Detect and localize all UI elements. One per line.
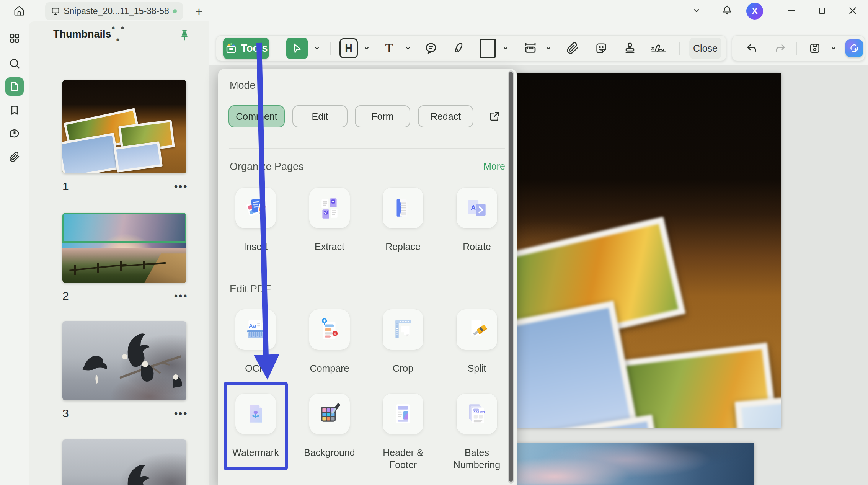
comments-tab-button[interactable] [5,124,24,142]
split-tool-card[interactable] [457,309,497,350]
page-thumbnail-1[interactable] [62,80,186,173]
extract-icon [317,195,342,220]
split-icon [464,317,489,342]
background-tool-card[interactable] [309,394,350,434]
rotate-tool-card[interactable]: A [457,188,497,228]
page-thumbnail-2[interactable] [62,213,186,283]
header-footer-tool-card[interactable] [383,394,423,434]
attachments-tab-button[interactable] [5,148,24,166]
titlebar: Snipaste_20...11_15-38-58 + X [0,0,868,21]
split-label: Split [443,362,511,374]
pen-tool-button[interactable] [447,38,468,59]
header-footer-icon [390,401,416,426]
external-link-icon [489,111,500,122]
close-tools-button[interactable]: Close [689,38,721,59]
document-page-2 [517,443,754,485]
page-2-menu-button[interactable]: ••• [174,290,197,302]
undo-button[interactable] [742,38,761,59]
mode-comment-button[interactable]: Comment [228,105,285,127]
redo-button[interactable] [771,38,790,59]
chevron-down-icon [503,45,509,51]
page-thumbnail-3[interactable] [62,321,186,400]
mode-edit-button[interactable]: Edit [292,105,348,127]
comment-bubble-icon [9,127,20,139]
comment-tool-button[interactable] [420,38,442,59]
measure-tool-button[interactable] [520,38,541,59]
mode-redact-button[interactable]: Redact [418,105,473,127]
signature-tool-button[interactable] [646,38,671,59]
page-1-menu-button[interactable]: ••• [174,181,197,193]
ai-sparkle-icon [848,42,860,54]
measure-tool-dropdown[interactable] [544,44,553,52]
panels-menu-button[interactable] [5,29,24,47]
minimize-button[interactable] [783,3,800,18]
highlight-tool-dropdown[interactable] [362,44,371,52]
highlight-tool-button[interactable]: H [338,38,359,59]
pushpin-icon [178,28,191,41]
thumbnails-tab-button[interactable] [5,77,24,96]
bates-numbering-tool-card[interactable]: 000123 [457,394,497,434]
paperclip-icon [566,42,579,54]
page-number-3: 3 [62,407,85,420]
tools-dropdown-menu: Mode Comment Edit Form Redact Organize P… [218,69,517,485]
save-dropdown[interactable] [829,44,838,52]
svg-text:A: A [471,204,476,212]
toolbar-divider [330,42,331,55]
mode-form-button[interactable]: Form [355,105,410,127]
select-tool-dropdown[interactable] [313,44,321,52]
signature-icon [650,41,667,56]
ocr-tool-card[interactable]: Aa [235,309,276,350]
text-tool-button[interactable]: T [379,38,400,59]
account-avatar[interactable]: X [746,3,763,20]
toolbar-collapse-button[interactable] [688,3,705,18]
save-button[interactable] [805,38,825,59]
attachment-tool-button[interactable] [562,38,583,59]
bates-numbering-label: Bates Numbering [443,446,511,471]
grid-icon [9,33,20,44]
close-window-button[interactable] [844,3,861,18]
compare-tool-card[interactable] [309,309,350,350]
shape-tool-dropdown[interactable] [501,44,510,52]
shape-tool-button[interactable] [477,38,498,59]
extract-tool-card[interactable] [309,188,350,228]
page-3-menu-button[interactable]: ••• [174,408,197,420]
document-tab[interactable]: Snipaste_20...11_15-38-58 [45,2,183,20]
menu-scrollbar-thumb[interactable] [509,72,513,482]
organize-more-link[interactable]: More [463,161,505,172]
bookmarks-tab-button[interactable] [5,101,24,119]
tools-button-label: Tools [241,42,268,54]
sticker-tool-button[interactable] [591,38,612,59]
thumbnails-panel: • • • Thumbnails 1 ••• [29,21,209,485]
insert-tool-card[interactable] [235,188,276,228]
ai-assistant-button[interactable] [845,39,863,57]
new-tab-button[interactable]: + [191,4,207,19]
open-mode-external-button[interactable] [486,108,503,125]
document-page-1 [517,73,781,428]
compare-label: Compare [296,362,363,374]
replace-tool-card[interactable] [383,188,423,228]
toolbox-icon [225,42,238,55]
stamp-icon [623,42,636,55]
stamp-tool-button[interactable] [619,38,641,59]
page-thumbnail-4[interactable] [62,439,186,485]
insert-icon [243,195,268,220]
background-icon [317,401,342,426]
select-tool-button[interactable] [286,38,308,59]
home-button[interactable] [8,2,30,19]
tools-menu-button[interactable]: Tools [223,38,269,59]
notifications-button[interactable] [719,3,736,18]
paperclip-icon [9,152,20,162]
unsaved-dot-icon [173,9,177,13]
pin-panel-button[interactable] [178,28,192,42]
text-tool-dropdown[interactable] [404,44,412,52]
actions-toolbar [732,35,865,61]
menu-scrollbar[interactable] [508,70,514,484]
crop-tool-card[interactable] [383,309,423,350]
rotate-icon: A [464,195,489,220]
comment-bubble-icon [424,42,437,55]
ruler-icon [524,41,537,55]
search-button[interactable] [5,54,24,73]
page3-thumb-image [62,321,186,400]
maximize-button[interactable] [814,3,830,18]
sticker-icon [595,42,608,55]
